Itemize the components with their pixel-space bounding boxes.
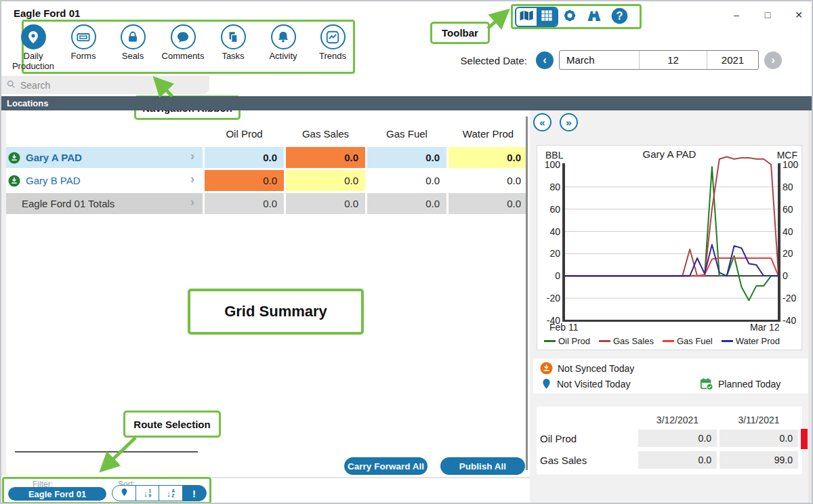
legend-label: Water Prod (736, 336, 780, 346)
grid-vertical-scrollbar[interactable] (526, 117, 528, 470)
ribbon-item-label: Comments (154, 51, 211, 62)
grid-cell-gas-sales[interactable]: 0.0 (286, 147, 365, 168)
settings-button[interactable] (560, 7, 580, 27)
ribbon-item-label: Trends (304, 51, 361, 62)
locations-header-label: Locations (7, 98, 48, 108)
calendar-check-green-icon (700, 377, 718, 391)
gear-icon (561, 7, 579, 27)
ribbon-item-tasks[interactable]: Tasks (205, 24, 262, 62)
grid-cell-gas-fuel[interactable]: 0.0 (367, 193, 446, 214)
status-key-label: Not Visited Today (557, 379, 630, 390)
find-button[interactable] (581, 7, 607, 27)
sort-arrow-icon: ↓ (144, 488, 148, 499)
ytick-right: -20 (783, 293, 804, 303)
ytick-left: 80 (539, 182, 560, 192)
ribbon-item-forms[interactable]: Forms (55, 24, 112, 62)
location-row-gary-a-pad[interactable]: Gary A PAD› (1, 147, 203, 168)
summary-cell[interactable]: 0.0 (638, 429, 717, 447)
grid-cell-water-prod[interactable]: 0.0 (449, 193, 528, 214)
carry-forward-all-button[interactable]: Carry Forward All (344, 457, 428, 475)
search-input[interactable]: Search (1, 76, 209, 94)
publish-all-button[interactable]: Publish All (440, 457, 525, 475)
sort-button-priority[interactable]: ! (182, 485, 207, 501)
grid-cell-gas-sales[interactable]: 0.0 (286, 170, 365, 191)
sort-numeric-icon: 19 (148, 488, 151, 498)
collapse-panel-button[interactable]: « (533, 113, 551, 131)
grid-cell-water-prod[interactable]: 0.0 (449, 170, 528, 191)
grid-cell-oil-prod[interactable]: 0.0 (205, 147, 284, 168)
grid-cell-gas-fuel[interactable]: 0.0 (367, 170, 446, 191)
ytick-right: 100 (783, 159, 804, 170)
sort-arrow-icon: ↓ (167, 488, 171, 499)
lock-icon (121, 24, 146, 49)
grid-cell-oil-prod[interactable]: 0.0 (205, 193, 284, 214)
legend-swatch (722, 340, 733, 342)
route-divider (15, 451, 198, 453)
chevron-right-icon: › (771, 54, 775, 67)
grid-cell-gas-sales[interactable]: 0.0 (286, 193, 365, 214)
summary-cell[interactable]: 0.0 (638, 451, 717, 469)
date-picker: March 12 2021 (559, 50, 759, 70)
trend-chart-icon (320, 24, 346, 49)
ytick-right: 0 (783, 270, 804, 281)
view-toggle[interactable] (515, 7, 558, 27)
pin-icon (120, 487, 129, 500)
ribbon-item-trends[interactable]: Trends (304, 24, 361, 62)
minimize-button[interactable]: – (726, 7, 747, 23)
legend-label: Oil Prod (558, 336, 590, 346)
help-icon: ? (610, 7, 629, 28)
totals-row[interactable]: Eagle Ford 01 Totals› (1, 193, 203, 214)
summary-cell[interactable]: 99.0 (720, 451, 798, 469)
status-key-item-not-visited-today: Not Visited Today (541, 377, 630, 390)
column-header-water-prod: Water Prod (449, 128, 528, 140)
ribbon-item-seals[interactable]: Seals (104, 24, 161, 62)
ribbon-item-comments[interactable]: Comments (154, 24, 211, 62)
month-field[interactable]: March (560, 51, 639, 69)
previous-date-button[interactable]: ‹ (536, 51, 554, 69)
legend-item-gas-fuel: Gas Fuel (663, 336, 713, 346)
map-view-button[interactable] (516, 8, 537, 26)
sort-alpha-icon: AZ (171, 488, 175, 498)
next-date-button[interactable]: › (764, 51, 782, 69)
grid-cell-water-prod[interactable]: 0.0 (449, 147, 528, 168)
ribbon-item-activity[interactable]: Activity (255, 24, 312, 62)
ytick-right: -40 (783, 315, 804, 326)
grid-cell-oil-prod[interactable]: 0.0 (205, 170, 284, 191)
maximize-button[interactable]: □ (757, 7, 778, 23)
toolbar-annotation-label: Toolbar (430, 22, 490, 44)
double-chevron-right-icon: » (566, 117, 571, 128)
grid-left-scrollbar[interactable] (1, 111, 6, 476)
route-selection-annotation-label: Route Selection (123, 411, 221, 438)
summary-cell[interactable]: 0.0 (720, 429, 798, 447)
summary-column-header: 3/12/2021 (638, 415, 717, 425)
column-header-gas-fuel: Gas Fuel (367, 128, 446, 140)
sort-button-alpha[interactable]: ↓AZ (159, 485, 183, 501)
expand-panel-button[interactable]: » (560, 113, 578, 131)
panel-vertical-scrollbar[interactable] (808, 110, 813, 504)
ytick-left: 100 (539, 159, 560, 170)
ribbon-item-daily-production[interactable]: Daily Production (5, 24, 62, 71)
ytick-right: 80 (783, 182, 804, 192)
grid-cell-gas-fuel[interactable]: 0.0 (367, 147, 446, 168)
summary-column-header: 3/11/2021 (720, 415, 798, 425)
sort-button-pin[interactable] (112, 485, 136, 501)
route-filter-button[interactable]: Eagle Ford 01 (8, 487, 106, 501)
column-header-gas-sales: Gas Sales (286, 128, 365, 140)
location-name: Gary B PAD (26, 175, 81, 186)
status-key-label: Not Synced Today (558, 363, 634, 374)
location-row-gary-b-pad[interactable]: Gary B PAD› (1, 170, 203, 191)
day-field[interactable]: 12 (639, 51, 707, 69)
synced-icon (8, 175, 20, 187)
status-key-label: Planned Today (718, 379, 780, 390)
sort-button-numeric[interactable]: ↓19 (136, 485, 160, 501)
year-field[interactable]: 2021 (707, 51, 758, 69)
summary-table: 3/12/20213/11/2021Oil Prod0.00.0Gas Sale… (537, 406, 802, 474)
summary-row-label: Gas Sales (540, 455, 587, 466)
svg-text:?: ? (616, 9, 623, 22)
ytick-left: 0 (539, 270, 560, 281)
legend-swatch (663, 340, 674, 342)
grid-view-button[interactable] (537, 8, 557, 26)
location-pin-icon (21, 24, 46, 49)
help-button[interactable]: ? (608, 7, 630, 27)
close-button[interactable]: ✕ (788, 7, 810, 23)
